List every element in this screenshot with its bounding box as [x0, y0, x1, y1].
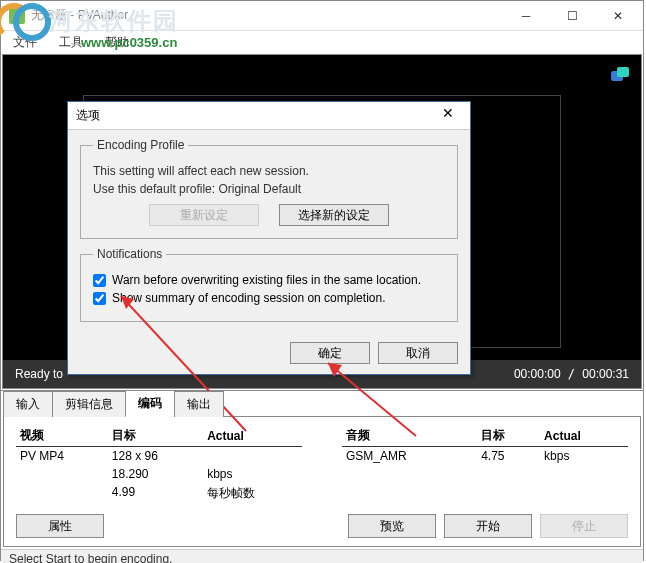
time-display: 00:00:00 / 00:00:31 — [514, 367, 629, 381]
menu-tools[interactable]: 工具 — [55, 32, 87, 53]
encoding-desc-2: Use this default profile: Original Defau… — [93, 182, 445, 196]
menubar: 文件 工具 帮助 — [1, 31, 643, 53]
pip-icon — [611, 67, 629, 81]
dialog-title: 选项 — [76, 107, 434, 124]
encode-tab-body: 视频 目标 Actual PV MP4 128 x 96 18.290 — [3, 417, 641, 547]
show-summary-label: Show summary of encoding session on comp… — [112, 291, 385, 305]
encoding-profile-group: Encoding Profile This setting will affec… — [80, 138, 458, 239]
th-actual-v: Actual — [203, 425, 302, 447]
dialog-close-icon[interactable]: ✕ — [434, 105, 462, 127]
properties-button[interactable]: 属性 — [16, 514, 104, 538]
menu-file[interactable]: 文件 — [9, 32, 41, 53]
tab-output[interactable]: 输出 — [174, 391, 224, 417]
preview-button[interactable]: 预览 — [348, 514, 436, 538]
th-target-v: 目标 — [108, 425, 203, 447]
minimize-button[interactable]: ─ — [503, 2, 549, 30]
th-target-a: 目标 — [477, 425, 540, 447]
titlebar: 无标题 - PVAuthor ─ ☐ ✕ — [1, 1, 643, 31]
video-info-column: 视频 目标 Actual PV MP4 128 x 96 18.290 — [16, 425, 302, 504]
window-title: 无标题 - PVAuthor — [31, 7, 503, 24]
audio-info-column: 音频 目标 Actual GSM_AMR 4.75 kbps — [342, 425, 628, 504]
show-summary-checkbox[interactable] — [93, 292, 106, 305]
warn-overwrite-checkbox[interactable] — [93, 274, 106, 287]
notifications-group: Notifications Warn before overwriting ex… — [80, 247, 458, 322]
app-icon — [9, 8, 25, 24]
th-video: 视频 — [16, 425, 108, 447]
select-new-button[interactable]: 选择新的设定 — [279, 204, 389, 226]
dialog-titlebar[interactable]: 选项 ✕ — [68, 102, 470, 130]
table-row: 4.99 每秒帧数 — [16, 483, 302, 504]
stop-button[interactable]: 停止 — [540, 514, 628, 538]
th-actual-a: Actual — [540, 425, 628, 447]
tab-strip: 输入 剪辑信息 编码 输出 — [3, 393, 641, 417]
maximize-button[interactable]: ☐ — [549, 2, 595, 30]
ready-label: Ready to — [15, 367, 63, 381]
th-audio: 音频 — [342, 425, 477, 447]
menu-help[interactable]: 帮助 — [101, 32, 133, 53]
reset-button[interactable]: 重新设定 — [149, 204, 259, 226]
notifications-legend: Notifications — [93, 247, 166, 261]
table-row: PV MP4 128 x 96 — [16, 447, 302, 466]
table-row: GSM_AMR 4.75 kbps — [342, 447, 628, 466]
ok-button[interactable]: 确定 — [290, 342, 370, 364]
bottom-panel: 输入 剪辑信息 编码 输出 视频 目标 Actual PV MP4 12 — [1, 390, 643, 549]
warn-overwrite-label: Warn before overwriting existing files i… — [112, 273, 421, 287]
encoding-desc-1: This setting will affect each new sessio… — [93, 164, 445, 178]
start-button[interactable]: 开始 — [444, 514, 532, 538]
table-row: 18.290 kbps — [16, 465, 302, 483]
tab-input[interactable]: 输入 — [3, 391, 53, 417]
close-button[interactable]: ✕ — [595, 2, 641, 30]
statusbar: Select Start to begin encoding. — [1, 549, 643, 563]
cancel-button[interactable]: 取消 — [378, 342, 458, 364]
encoding-legend: Encoding Profile — [93, 138, 188, 152]
tab-crop[interactable]: 剪辑信息 — [52, 391, 126, 417]
options-dialog: 选项 ✕ Encoding Profile This setting will … — [67, 101, 471, 375]
tab-encode[interactable]: 编码 — [125, 390, 175, 417]
